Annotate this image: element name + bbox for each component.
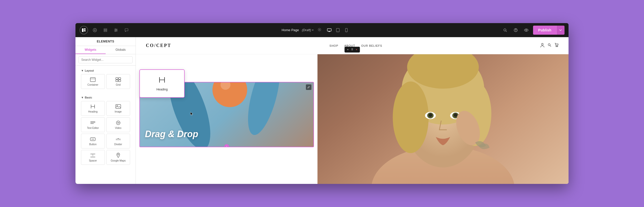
search-input[interactable] xyxy=(78,56,133,63)
google-maps-icon xyxy=(108,153,129,158)
svg-rect-6 xyxy=(104,29,107,29)
spacer-icon xyxy=(83,153,103,158)
heading-drag-label: Heading xyxy=(145,88,179,91)
user-icon[interactable] xyxy=(540,43,544,48)
widget-google-maps[interactable]: Google Maps xyxy=(106,150,130,165)
top-bar-right: Publish xyxy=(501,26,565,35)
widget-image[interactable]: Image xyxy=(106,101,130,116)
sidebar-header: Elements xyxy=(75,37,136,46)
widget-heading[interactable]: Heading xyxy=(81,101,105,116)
page-title[interactable]: Home Page (Draft) ▾ xyxy=(282,28,313,32)
layout-section-header: ▼ Layout xyxy=(81,69,130,72)
basic-section-label: Basic xyxy=(85,96,92,99)
triangle-icon: ▼ xyxy=(81,69,84,72)
svg-point-63 xyxy=(393,81,429,153)
chat-button[interactable] xyxy=(123,26,130,34)
heading-drag-icon xyxy=(145,76,179,86)
svg-rect-8 xyxy=(104,31,107,32)
cart-icon[interactable] xyxy=(554,43,558,48)
tablet-view-button[interactable] xyxy=(334,26,342,34)
triangle-icon-basic: ▼ xyxy=(81,96,84,99)
heading-widget-drag: Heading xyxy=(139,69,185,98)
layers-button[interactable] xyxy=(102,26,109,34)
svg-rect-2 xyxy=(84,30,86,31)
top-bar-center: Home Page (Draft) ▾ xyxy=(282,26,350,34)
add-section-button[interactable]: + xyxy=(346,48,350,51)
grid-label: Grid xyxy=(108,83,129,86)
text-editor-icon xyxy=(83,120,103,126)
elementor-logo[interactable] xyxy=(79,26,88,34)
drag-drop-text: Drag & Drop xyxy=(145,129,198,139)
desktop-view-button[interactable] xyxy=(326,26,333,34)
move-section-button[interactable]: ⠿ xyxy=(350,48,354,51)
svg-point-26 xyxy=(516,31,516,31)
container-icon xyxy=(83,77,103,82)
heading-icon xyxy=(83,104,103,109)
page-dropdown-icon[interactable]: ▾ xyxy=(312,29,313,31)
widget-search-box xyxy=(75,54,136,66)
grid-icon xyxy=(108,77,129,82)
svg-point-20 xyxy=(338,31,338,32)
svg-point-12 xyxy=(116,30,117,31)
sidebar: Elements Widgets Globals ▼ Layout xyxy=(75,37,136,184)
view-switcher xyxy=(326,26,350,34)
basic-section: ▼ Basic Heading xyxy=(78,94,133,170)
widget-video[interactable]: Video xyxy=(106,117,130,132)
delete-section-button[interactable]: × xyxy=(355,48,358,51)
svg-rect-0 xyxy=(82,28,84,32)
widget-button[interactable]: Button xyxy=(81,134,105,148)
svg-line-24 xyxy=(506,31,507,32)
tab-widgets[interactable]: Widgets xyxy=(75,46,106,54)
site-body: Heading xyxy=(136,54,569,184)
publish-button-group: Publish xyxy=(533,26,565,35)
video-label: Video xyxy=(108,127,129,129)
site-menu-shop[interactable]: SHOP xyxy=(330,44,338,47)
widget-grid[interactable]: Grid xyxy=(106,74,130,89)
svg-point-46 xyxy=(117,154,119,155)
widget-container[interactable]: Container xyxy=(81,74,105,89)
website-preview: CO/CEPT SHOP ABOUT OUR BELIEFS xyxy=(136,37,569,184)
tab-globals[interactable]: Globals xyxy=(106,46,136,54)
main-area: Elements Widgets Globals ▼ Layout xyxy=(75,37,569,184)
preview-icon[interactable] xyxy=(522,26,530,34)
image-icon xyxy=(108,104,129,109)
divider-icon xyxy=(108,136,129,142)
page-settings-icon[interactable] xyxy=(317,28,321,33)
top-bar-left xyxy=(79,26,130,34)
text-editor-label: Text Editor xyxy=(83,127,103,129)
page-name: Home Page xyxy=(282,28,299,32)
add-element-button[interactable] xyxy=(91,26,99,34)
image-label: Image xyxy=(108,110,129,113)
publish-button[interactable]: Publish xyxy=(533,26,556,35)
page-draft: (Draft) xyxy=(302,28,311,32)
widget-spacer[interactable]: Spacer xyxy=(81,150,105,165)
widget-divider[interactable]: Divider xyxy=(106,134,130,148)
svg-rect-28 xyxy=(90,78,95,82)
layout-widget-grid: Container Grid xyxy=(81,74,130,89)
svg-rect-34 xyxy=(116,105,121,109)
svg-point-22 xyxy=(346,31,346,31)
site-menu-beliefs[interactable]: OUR BELIEFS xyxy=(361,44,382,47)
top-bar: Home Page (Draft) ▾ xyxy=(75,23,569,37)
help-icon[interactable] xyxy=(512,26,519,34)
search-icon[interactable] xyxy=(547,43,551,48)
heading-label: Heading xyxy=(83,110,103,113)
sidebar-title: Elements xyxy=(79,40,132,43)
svg-rect-16 xyxy=(327,29,331,31)
site-logo: CO/CEPT xyxy=(146,43,171,48)
svg-point-10 xyxy=(115,29,116,30)
publish-dropdown-button[interactable] xyxy=(556,26,565,35)
mobile-view-button[interactable] xyxy=(343,26,350,34)
basic-section-header: ▼ Basic xyxy=(81,96,130,99)
svg-point-15 xyxy=(319,29,320,30)
section-toolbar: + ⠿ × xyxy=(345,47,360,53)
svg-point-14 xyxy=(115,31,116,32)
layout-section: ▼ Layout Container xyxy=(78,67,133,94)
search-icon[interactable] xyxy=(501,26,509,34)
svg-rect-7 xyxy=(104,30,107,30)
customize-button[interactable] xyxy=(112,26,120,34)
svg-point-51 xyxy=(557,46,558,47)
edit-pencil-button[interactable] xyxy=(306,84,311,90)
svg-rect-30 xyxy=(116,78,118,79)
widget-text-editor[interactable]: Text Editor xyxy=(81,117,105,132)
